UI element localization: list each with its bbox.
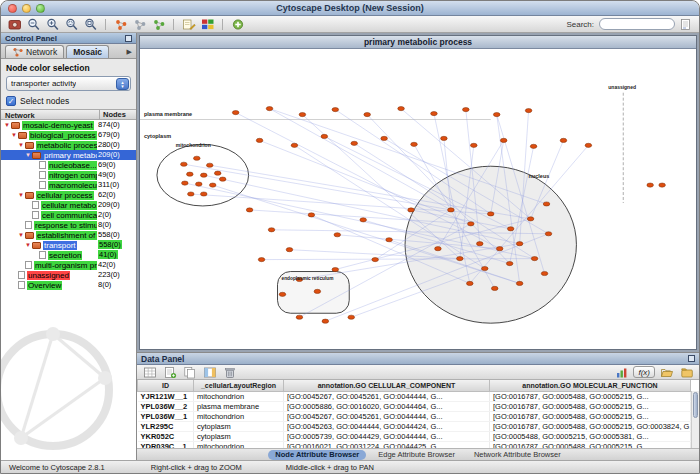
chevron-updown-icon[interactable]: ▴ ▾ <box>116 78 129 90</box>
annotation-icon[interactable] <box>180 17 197 32</box>
graph-node[interactable] <box>182 181 189 185</box>
minimize-window-button[interactable] <box>22 4 31 13</box>
table-row[interactable]: YJR121W__1mitochondrion[GO:0045267, GO:0… <box>138 391 691 401</box>
graph-node[interactable] <box>332 267 339 271</box>
tab-node-attribute-browser[interactable]: Node Attribute Browser <box>268 450 366 460</box>
copy-attribute-icon[interactable] <box>181 365 198 380</box>
network-window-title[interactable]: primary metabolic process <box>140 36 696 49</box>
tree-expander-icon[interactable]: ▼ <box>10 130 18 140</box>
plugin-manager-icon[interactable] <box>229 17 246 32</box>
graph-node[interactable] <box>291 143 298 147</box>
graph-node[interactable] <box>188 192 195 196</box>
select-nodes-checkbox[interactable]: ✓ <box>6 96 16 106</box>
graph-node[interactable] <box>348 315 355 319</box>
graph-node[interactable] <box>545 232 552 236</box>
tree-row[interactable]: ▼establishment of l...558(0) <box>1 230 136 240</box>
graph-node[interactable] <box>268 228 275 232</box>
tree-row[interactable]: ▼biological_process679(0) <box>1 130 136 140</box>
column-header[interactable]: _cellularLayoutRegion <box>194 380 284 391</box>
graph-node[interactable] <box>246 208 253 212</box>
graph-node[interactable] <box>386 238 393 242</box>
delete-attribute-icon[interactable] <box>221 365 238 380</box>
graph-node[interactable] <box>206 163 213 167</box>
graph-node[interactable] <box>541 271 548 275</box>
graph-node[interactable] <box>381 136 388 140</box>
graph-node[interactable] <box>585 143 592 147</box>
graph-node[interactable] <box>659 183 666 187</box>
graph-node[interactable] <box>232 110 239 114</box>
graph-node[interactable] <box>457 257 464 261</box>
graph-node[interactable] <box>435 247 442 251</box>
attribute-chart-icon[interactable] <box>613 365 630 380</box>
table-row[interactable]: YPL036W__2plasma membrane[GO:0005886, GO… <box>138 401 691 411</box>
graph-node[interactable] <box>476 242 483 246</box>
tree-row[interactable]: nitrogen compo...49(0) <box>1 170 136 180</box>
graph-node[interactable] <box>308 213 315 217</box>
node-color-dropdown[interactable]: transporter activity ▴ ▾ <box>6 76 131 91</box>
tree-expander-icon[interactable]: ▼ <box>24 240 32 250</box>
export-attributes-icon[interactable] <box>678 365 695 380</box>
graph-node[interactable] <box>200 173 207 177</box>
table-scrollbar[interactable] <box>691 391 699 448</box>
graph-node[interactable] <box>530 144 537 148</box>
graph-node[interactable] <box>299 112 306 116</box>
column-header[interactable]: ID <box>138 380 194 391</box>
graph-node[interactable] <box>516 242 523 246</box>
graph-node[interactable] <box>296 315 303 319</box>
tree-row[interactable]: cell communicat...2(0) <box>1 210 136 220</box>
graph-node[interactable] <box>500 138 507 142</box>
tab-overflow-arrow[interactable]: ▶ <box>127 48 134 58</box>
graph-node[interactable] <box>441 136 448 140</box>
new-network-icon[interactable] <box>150 17 167 32</box>
vizmapper-icon[interactable] <box>199 17 216 32</box>
search-input[interactable] <box>599 18 675 30</box>
scrollbar-thumb[interactable] <box>693 392 698 418</box>
graph-node[interactable] <box>314 289 321 293</box>
table-row[interactable]: YKR052Ccytoplasm[GO:0005739, GO:0044429,… <box>138 431 691 441</box>
table-row[interactable]: YLR295Ccytoplasm[GO:0045263, GO:0044444,… <box>138 421 691 431</box>
attribute-select-icon[interactable] <box>141 365 158 380</box>
tree-expander-icon[interactable]: ▼ <box>17 190 25 200</box>
zoom-selected-icon[interactable] <box>63 17 80 32</box>
tab-mosaic[interactable]: Mosaic <box>66 45 109 58</box>
graph-node[interactable] <box>493 112 500 116</box>
graph-node[interactable] <box>322 319 329 323</box>
zoom-fit-icon[interactable] <box>82 17 99 32</box>
tree-row[interactable]: Overview8(0) <box>1 280 136 290</box>
tree-expander-icon[interactable]: ▼ <box>24 150 32 160</box>
graph-node[interactable] <box>448 208 455 212</box>
graph-node[interactable] <box>487 212 494 216</box>
graph-node[interactable] <box>286 248 293 252</box>
graph-node[interactable] <box>279 292 286 296</box>
tree-expander-icon[interactable]: ▼ <box>17 140 25 150</box>
graph-node[interactable] <box>506 261 513 265</box>
tree-row[interactable]: nucleobase...69(0) <box>1 160 136 170</box>
attribute-columns-icon[interactable] <box>201 365 218 380</box>
graph-node[interactable] <box>351 141 358 145</box>
tree-row[interactable]: ▼metabolic process280(0) <box>1 140 136 150</box>
graph-node[interactable] <box>258 258 265 262</box>
graph-node[interactable] <box>647 183 654 187</box>
column-header[interactable]: annotation.GO MOLECULAR_FUNCTION <box>490 380 691 391</box>
zoom-out-icon[interactable] <box>25 17 42 32</box>
graph-node[interactable] <box>411 142 418 146</box>
close-window-button[interactable] <box>8 4 17 13</box>
column-header[interactable]: annotation.GO CELLULAR_COMPONENT <box>284 380 490 391</box>
graph-node[interactable] <box>209 183 216 187</box>
tree-column-nodes[interactable]: Nodes <box>100 110 136 119</box>
graph-node[interactable] <box>321 134 328 138</box>
network-graph[interactable]: plasma membranecytoplasmmitochondrionnuc… <box>140 49 696 349</box>
graph-node[interactable] <box>360 218 367 222</box>
zoom-in-icon[interactable] <box>44 17 61 32</box>
hide-selected-icon[interactable] <box>131 17 148 32</box>
graph-node[interactable] <box>196 182 203 186</box>
graph-node[interactable] <box>266 107 273 111</box>
tree-row[interactable]: ▼mosaic-demo-yeast874(0) <box>1 120 136 130</box>
graph-node[interactable] <box>332 108 339 112</box>
tree-row[interactable]: macromolecule...311(0) <box>1 180 136 190</box>
graph-node[interactable] <box>219 177 226 181</box>
graph-node[interactable] <box>516 281 523 285</box>
tree-row[interactable]: multi-organism pr...42(0) <box>1 260 136 270</box>
tree-row[interactable]: unassigned223(0) <box>1 270 136 280</box>
tree-expander-icon[interactable]: ▼ <box>3 120 11 130</box>
